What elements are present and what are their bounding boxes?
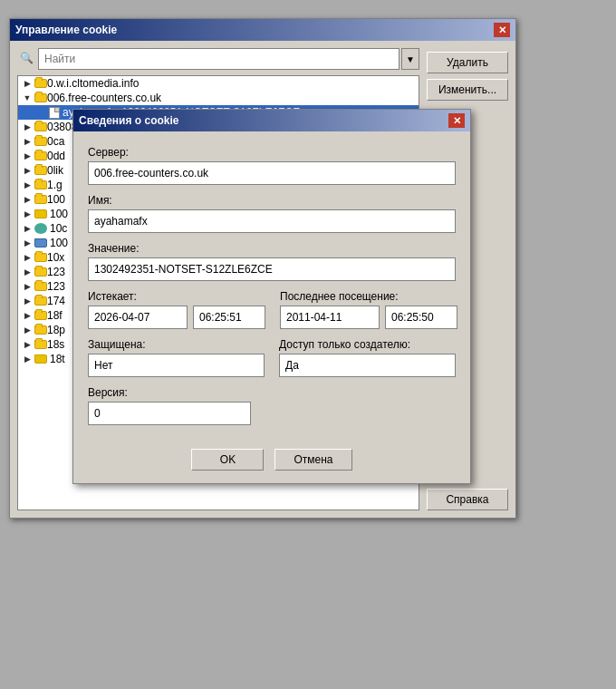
folder-blue-icon [34,238,47,247]
expand-icon: ▶ [22,121,33,132]
expand-icon: ▶ [22,209,33,219]
folder-icon [34,195,47,204]
expand-icon: ▶ [22,165,33,176]
value-label: Значение: [88,242,456,255]
cancel-button[interactable]: Отмена [274,449,351,471]
lastvisit-label: Последнее посещение: [280,290,457,303]
main-close-button[interactable]: ✕ [494,23,510,37]
folder-icon [34,253,47,262]
protected-hostonly-row: Защищена: Доступ только создателю: [88,338,456,377]
version-label: Версия: [88,386,456,399]
expand-icon: ▶ [22,238,33,248]
name-label: Имя: [88,194,456,207]
list-item[interactable]: ▼ 006.free-counters.co.uk [18,91,419,105]
protected-field-group: Защищена: [88,338,265,377]
folder-icon [34,166,47,175]
tree-item-label: 18t [50,353,65,365]
expand-icon: ▶ [22,296,33,306]
globe-icon [34,223,47,234]
expand-icon: ▶ [22,78,33,89]
expand-icon: ▼ [22,92,33,103]
tree-item-label: 18p [47,324,65,336]
expand-icon: ▶ [22,136,33,147]
search-bar: 🔍 ▼ [17,48,419,70]
tree-item-label: 0ca [47,135,64,148]
delete-button[interactable]: Удалить [427,52,508,73]
tree-item-label: 123 [47,280,65,293]
modal-window: Сведения о cookie ✕ Сервер: Имя: Значени… [72,109,471,484]
tree-item-label: 18f [47,309,63,322]
modal-footer: OK Отмена [73,440,470,483]
server-field-group: Сервер: [88,146,456,185]
expand-icon: ▶ [22,194,33,205]
help-button[interactable]: Справка [427,489,508,510]
tree-item-label: 1.g [47,179,63,191]
date-fields-row: Истекает: Последнее посещение: [88,290,456,329]
expires-label: Истекает: [88,290,265,303]
search-input[interactable] [38,48,399,70]
search-dropdown[interactable]: ▼ [401,48,419,70]
modal-body: Сервер: Имя: Значение: Истекает: Последн… [73,131,470,440]
name-field-group: Имя: [88,194,456,233]
tree-item-label: 0lik [47,164,63,177]
tree-item-label: 006.free-counters.co.uk [47,92,161,104]
folder-icon [34,79,47,88]
folder-icon [34,93,47,102]
expires-date-time [88,306,265,329]
lastvisit-date-input[interactable] [280,306,380,329]
search-icon: 🔍 [17,48,36,70]
value-field-group: Значение: [88,242,456,281]
expand-icon: ▶ [22,281,33,292]
expires-time-input[interactable] [193,306,265,329]
tree-item-label: 10x [47,251,64,264]
folder-icon [34,151,47,160]
expand-icon: ▶ [22,252,33,263]
expand-icon: ▶ [22,354,33,364]
folder-icon [34,282,47,291]
protected-label: Защищена: [88,338,265,351]
lastvisit-time-input[interactable] [385,306,457,329]
lastvisit-field-group: Последнее посещение: [280,290,457,329]
folder-icon [34,180,47,189]
expires-date-input[interactable] [88,306,188,329]
main-window-title: Управление cookie [15,24,117,36]
folder-icon [34,325,47,335]
list-item[interactable]: ▶ 0.w.i.cltomedia.info [18,76,419,91]
ok-button[interactable]: OK [191,449,264,471]
file-icon [49,107,60,119]
tree-item-label: 100 [50,237,68,249]
folder-icon [34,311,47,320]
folder-icon [34,340,47,349]
tree-item-label: 0dd [47,150,65,162]
tree-item-label: 123 [47,266,65,278]
tree-item-label: 100 [47,193,65,206]
hostonly-input[interactable] [279,354,456,377]
modal-close-button[interactable]: ✕ [448,113,465,128]
main-title-bar: Управление cookie ✕ [10,19,515,41]
modal-title: Сведения о cookie [79,114,179,127]
tree-item-label: 18s [47,338,64,351]
protected-input[interactable] [88,354,265,377]
server-label: Сервер: [88,146,456,159]
name-input[interactable] [88,209,456,233]
modal-title-bar: Сведения о cookie ✕ [73,110,470,131]
tree-item-label: 10c [50,222,67,235]
hostonly-label: Доступ только создателю: [279,338,456,351]
folder-icon [34,354,47,364]
hostonly-field-group: Доступ только создателю: [279,338,456,377]
expand-icon: ▶ [22,325,33,335]
tree-item-label: 174 [47,295,65,307]
expand-icon: ▶ [22,223,33,234]
server-input[interactable] [88,161,456,185]
folder-icon [34,296,47,306]
value-input[interactable] [88,257,456,281]
folder-icon [34,122,47,131]
expand-icon: ▶ [22,180,33,190]
version-input[interactable] [88,402,251,425]
folder-icon [34,209,47,218]
expand-icon: ▶ [22,150,33,161]
edit-button[interactable]: Изменить... [427,79,508,101]
folder-icon [34,267,47,277]
expand-icon: ▶ [22,267,33,277]
expand-icon: ▶ [22,310,33,321]
